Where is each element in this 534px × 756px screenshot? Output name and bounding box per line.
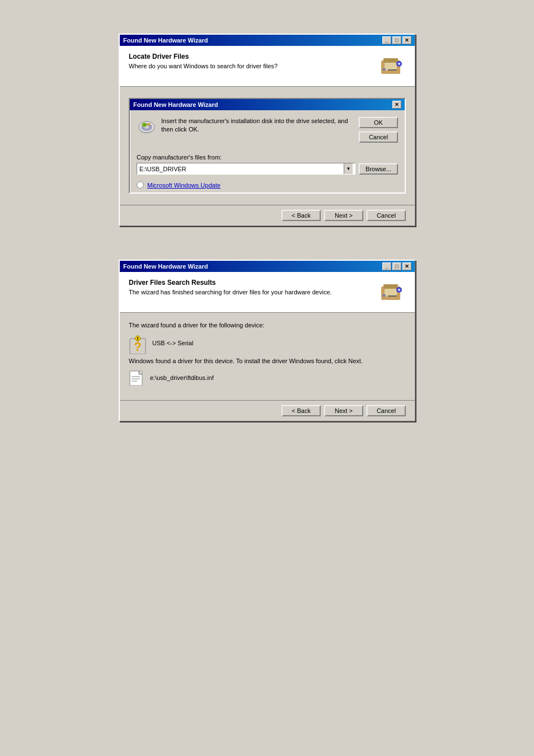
- svg-rect-17: [382, 294, 386, 297]
- browse-button[interactable]: Browse...: [359, 163, 398, 175]
- wizard-header-2: Driver Files Search Results The wizard h…: [120, 272, 415, 313]
- device-name: USB <-> Serial: [152, 340, 193, 346]
- svg-point-13: [147, 123, 151, 125]
- disk-icon: [137, 117, 154, 135]
- ms-update-radio[interactable]: [137, 181, 144, 189]
- minimize-button-2[interactable]: _: [382, 262, 391, 270]
- result-text-1: The wizard found a driver for the follow…: [129, 322, 406, 328]
- copy-row: E:\USB_DRIVER ▼ Browse...: [137, 163, 398, 175]
- next-button-2[interactable]: Next >: [324, 405, 363, 416]
- question-mark-icon: ? !: [129, 334, 147, 352]
- close-button-1[interactable]: ✕: [402, 36, 411, 44]
- ms-update-option[interactable]: Microsoft Windows Update: [137, 181, 398, 189]
- file-icon: [129, 370, 144, 386]
- title-bar-label-1: Found New Hardware Wizard: [123, 37, 208, 44]
- wizard-window-2: Found New Hardware Wizard _ □ ✕ Driver F…: [119, 260, 415, 421]
- hardware-wizard-icon-1: [379, 53, 406, 79]
- svg-rect-15: [383, 284, 398, 289]
- back-button-1[interactable]: < Back: [282, 210, 321, 221]
- title-bar-label-2: Found New Hardware Wizard: [123, 263, 208, 270]
- ok-button[interactable]: OK: [359, 117, 398, 128]
- back-button-2[interactable]: < Back: [282, 405, 321, 416]
- svg-rect-2: [385, 63, 397, 71]
- inner-dialog-content: Insert the manufacturer's installation d…: [161, 117, 352, 143]
- wizard-footer-1: < Back Next > Cancel: [120, 205, 415, 226]
- wizard-subtitle-2: The wizard has finished searching for dr…: [129, 289, 379, 295]
- path-value: E:\USB_DRIVER: [139, 166, 186, 172]
- copy-section: Copy manufacturer's files from: E:\USB_D…: [130, 149, 405, 181]
- hardware-wizard-icon-2: [379, 279, 406, 306]
- next-button-1[interactable]: Next >: [324, 210, 363, 221]
- wizard-subtitle-1: Where do you want Windows to search for …: [129, 63, 379, 69]
- copy-label: Copy manufacturer's files from:: [137, 154, 398, 161]
- svg-point-12: [143, 124, 146, 126]
- inner-dialog-title-1: Found New Hardware Wizard ✕: [130, 99, 405, 110]
- wizard-window-1: Found New Hardware Wizard _ □ ✕ Locate D…: [119, 34, 415, 226]
- inner-dialog-body-1: Insert the manufacturer's installation d…: [130, 110, 405, 149]
- inner-dialog-title-label: Found New Hardware Wizard: [133, 101, 218, 108]
- wizard-header-text-1: Locate Driver Files Where do you want Wi…: [129, 53, 379, 69]
- combo-arrow[interactable]: ▼: [344, 163, 353, 174]
- inner-dialog-buttons: OK Cancel: [359, 117, 398, 143]
- cancel-button-2[interactable]: Cancel: [367, 405, 406, 416]
- ms-update-area: Microsoft Windows Update: [130, 181, 405, 192]
- title-bar-buttons-1: _ □ ✕: [382, 36, 411, 44]
- wizard-body-2: The wizard found a driver for the follow…: [120, 313, 415, 400]
- driver-file: e:\usb_driver\ftdibus.inf: [150, 374, 214, 381]
- svg-rect-18: [388, 295, 397, 297]
- svg-rect-1: [383, 58, 398, 63]
- wizard-body-1: Found New Hardware Wizard ✕: [120, 87, 415, 205]
- minimize-button-1[interactable]: _: [382, 36, 391, 44]
- device-row: ? ! USB <-> Serial: [129, 334, 406, 352]
- inner-dialog-1: Found New Hardware Wizard ✕: [129, 98, 406, 194]
- svg-rect-3: [382, 68, 386, 71]
- title-bar-1: Found New Hardware Wizard _ □ ✕: [120, 35, 415, 46]
- maximize-button-1[interactable]: □: [392, 36, 401, 44]
- svg-rect-4: [388, 69, 397, 71]
- svg-text:!: !: [137, 336, 139, 341]
- close-button-2[interactable]: ✕: [402, 262, 411, 270]
- cancel-button-1[interactable]: Cancel: [367, 210, 406, 221]
- file-row: e:\usb_driver\ftdibus.inf: [129, 370, 406, 386]
- wizard-header-1: Locate Driver Files Where do you want Wi…: [120, 46, 415, 87]
- title-bar-buttons-2: _ □ ✕: [382, 262, 411, 270]
- path-combo[interactable]: E:\USB_DRIVER ▼: [137, 163, 355, 175]
- inner-dialog-close[interactable]: ✕: [392, 101, 401, 109]
- inner-dialog-message: Insert the manufacturer's installation d…: [161, 117, 352, 134]
- result-text-2: Windows found a driver for this device. …: [129, 358, 406, 364]
- wizard-title-1: Locate Driver Files: [129, 53, 379, 60]
- wizard-header-text-2: Driver Files Search Results The wizard h…: [129, 279, 379, 295]
- wizard-footer-2: < Back Next > Cancel: [120, 400, 415, 421]
- svg-rect-16: [385, 289, 397, 297]
- cancel-button-inner[interactable]: Cancel: [359, 132, 398, 143]
- maximize-button-2[interactable]: □: [392, 262, 401, 270]
- title-bar-2: Found New Hardware Wizard _ □ ✕: [120, 261, 415, 272]
- wizard-title-2: Driver Files Search Results: [129, 279, 379, 287]
- ms-update-label: Microsoft Windows Update: [147, 182, 221, 189]
